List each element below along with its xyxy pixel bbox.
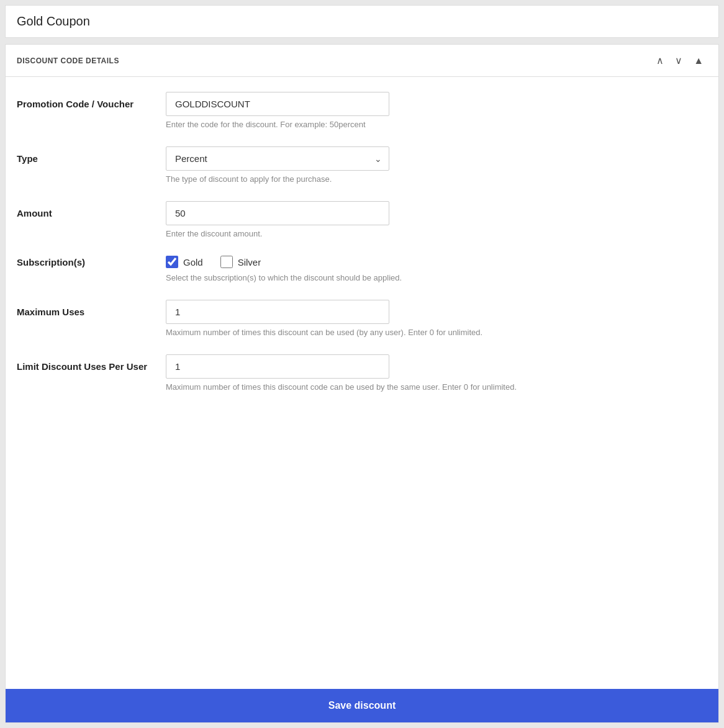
promotion-code-hint: Enter the code for the discount. For exa…: [166, 120, 707, 129]
subscriptions-group: Subscription(s) Gold Silver Select the s…: [17, 256, 707, 282]
type-group: Type Percent Fixed Amount ⌄ The type of …: [17, 146, 707, 184]
promotion-code-row: Promotion Code / Voucher: [17, 92, 707, 116]
amount-row: Amount: [17, 201, 707, 225]
header-actions: ∧ ∨ ▲: [653, 53, 707, 68]
gold-label: Gold: [183, 257, 203, 267]
gold-checkbox-item[interactable]: Gold: [166, 256, 203, 268]
limit-per-user-label: Limit Discount Uses Per User: [17, 361, 153, 372]
title-bar: Gold Coupon: [5, 5, 719, 38]
maximum-uses-group: Maximum Uses Maximum number of times thi…: [17, 300, 707, 337]
chevron-up-icon: ∧: [656, 55, 664, 66]
silver-label: Silver: [238, 257, 261, 267]
collapse-down-button[interactable]: ∨: [671, 53, 686, 68]
promotion-code-group: Promotion Code / Voucher Enter the code …: [17, 92, 707, 129]
subscriptions-row: Subscription(s) Gold Silver: [17, 256, 707, 268]
limit-per-user-row: Limit Discount Uses Per User: [17, 354, 707, 379]
limit-per-user-group: Limit Discount Uses Per User Maximum num…: [17, 354, 707, 392]
type-row: Type Percent Fixed Amount ⌄: [17, 146, 707, 171]
amount-group: Amount Enter the discount amount.: [17, 201, 707, 238]
gold-checkbox[interactable]: [166, 256, 178, 268]
arrow-up-icon: ▲: [694, 55, 704, 66]
maximum-uses-input[interactable]: [166, 300, 389, 324]
maximum-uses-label: Maximum Uses: [17, 307, 153, 317]
move-up-button[interactable]: ▲: [690, 54, 707, 68]
promotion-code-label: Promotion Code / Voucher: [17, 99, 153, 109]
type-select-wrapper: Percent Fixed Amount ⌄: [166, 146, 389, 171]
page-title: Gold Coupon: [17, 14, 90, 28]
amount-label: Amount: [17, 208, 153, 218]
promotion-code-input[interactable]: [166, 92, 389, 116]
limit-per-user-input[interactable]: [166, 354, 389, 379]
subscriptions-hint: Select the subscription(s) to which the …: [166, 273, 707, 282]
type-label: Type: [17, 153, 153, 164]
subscriptions-checkboxes: Gold Silver: [166, 256, 261, 268]
maximum-uses-row: Maximum Uses: [17, 300, 707, 324]
maximum-uses-hint: Maximum number of times this discount ca…: [166, 328, 707, 337]
limit-per-user-hint: Maximum number of times this discount co…: [166, 382, 707, 392]
type-select[interactable]: Percent Fixed Amount: [166, 146, 389, 171]
card-body: Promotion Code / Voucher Enter the code …: [6, 77, 718, 689]
save-discount-button[interactable]: Save discount: [6, 689, 718, 722]
card-header: DISCOUNT CODE DETAILS ∧ ∨ ▲: [6, 45, 718, 77]
section-title: DISCOUNT CODE DETAILS: [17, 56, 119, 65]
card-footer: Save discount: [6, 689, 718, 722]
main-card: DISCOUNT CODE DETAILS ∧ ∨ ▲ Promotion Co…: [5, 44, 719, 723]
page-container: Gold Coupon DISCOUNT CODE DETAILS ∧ ∨ ▲: [0, 0, 724, 728]
chevron-down-icon: ∨: [675, 55, 682, 66]
type-hint: The type of discount to apply for the pu…: [166, 174, 707, 184]
amount-input[interactable]: [166, 201, 389, 225]
subscriptions-label: Subscription(s): [17, 257, 153, 267]
silver-checkbox[interactable]: [220, 256, 233, 268]
silver-checkbox-item[interactable]: Silver: [220, 256, 261, 268]
save-button-label: Save discount: [328, 700, 396, 711]
amount-hint: Enter the discount amount.: [166, 229, 707, 238]
collapse-up-button[interactable]: ∧: [653, 53, 667, 68]
